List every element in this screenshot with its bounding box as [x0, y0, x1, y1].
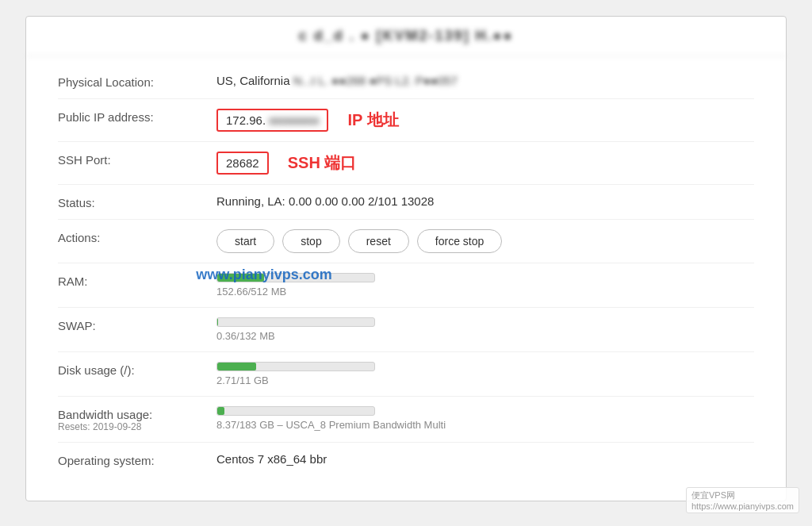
ram-progress-bar — [216, 273, 375, 282]
public-ip-value: 172.96.●●●●●●● IP 地址 — [216, 109, 754, 132]
swap-progress-fill — [217, 318, 218, 326]
info-table: Physical Location: US, California N...t … — [26, 56, 786, 485]
status-value: Running, LA: 0.00 0.00 0.00 2/101 13028 — [216, 194, 754, 208]
row-swap: SWAP: 0.36/132 MB — [58, 308, 754, 352]
swap-value: 0.36/132 MB — [216, 317, 754, 342]
actions-group: start stop reset force stop — [216, 229, 754, 253]
ram-progress-fill — [217, 274, 264, 282]
ram-progress-text: 152.66/512 MB — [216, 286, 754, 298]
swap-progress-text: 0.36/132 MB — [216, 330, 754, 342]
swap-label: SWAP: — [58, 317, 216, 332]
disk-label: Disk usage (/): — [58, 362, 216, 377]
bandwidth-progress-text: 8.37/183 GB – USCA_8 Premium Bandwidth M… — [216, 419, 754, 431]
public-ip-label: Public IP address: — [58, 109, 216, 124]
swap-progress-bar — [216, 317, 375, 327]
status-label: Status: — [58, 194, 216, 209]
row-os: Operating system: Centos 7 x86_64 bbr — [58, 443, 754, 477]
reset-button[interactable]: reset — [348, 229, 409, 253]
bandwidth-progress-fill — [217, 407, 224, 415]
disk-progress-bar — [216, 362, 375, 371]
physical-location-value: US, California N...t L. ●●268 ●PS L2. P●… — [216, 74, 754, 87]
bandwidth-label: Bandwidth usage: Resets: 2019-09-28 — [58, 406, 216, 432]
disk-progress-text: 2.71/11 GB — [216, 374, 754, 386]
actions-label: Actions: — [58, 229, 216, 244]
row-actions: Actions: start stop reset force stop — [58, 220, 754, 263]
panel-title: c d_d . ● [KVM2-139] H.●● — [26, 17, 786, 56]
os-value: Centos 7 x86_64 bbr — [216, 452, 754, 466]
bandwidth-progress-bar — [216, 406, 375, 416]
row-bandwidth: Bandwidth usage: Resets: 2019-09-28 8.37… — [58, 397, 754, 443]
disk-progress-fill — [217, 363, 256, 371]
ip-annotation: IP 地址 — [347, 109, 398, 131]
ssh-annotation: SSH 端口 — [288, 152, 357, 174]
disk-value: 2.71/11 GB — [216, 362, 754, 386]
start-button[interactable]: start — [216, 229, 274, 253]
location-blurred: N...t L. ●●268 ●PS L2. P●●057 — [293, 74, 458, 87]
ssh-port-value: 28682 SSH 端口 — [216, 152, 754, 175]
server-panel: c d_d . ● [KVM2-139] H.●● Physical Locat… — [25, 16, 787, 501]
actions-value: start stop reset force stop — [216, 229, 754, 253]
ssh-box: 28682 — [216, 152, 269, 175]
bandwidth-value: 8.37/183 GB – USCA_8 Premium Bandwidth M… — [216, 406, 754, 431]
physical-location-label: Physical Location: — [58, 74, 216, 89]
row-ssh-port: SSH Port: 28682 SSH 端口 — [58, 142, 754, 185]
ssh-port-label: SSH Port: — [58, 152, 216, 167]
row-status: Status: Running, LA: 0.00 0.00 0.00 2/10… — [58, 185, 754, 220]
stop-button[interactable]: stop — [282, 229, 339, 253]
os-label: Operating system: — [58, 452, 216, 467]
ip-box: 172.96.●●●●●●● — [216, 109, 328, 132]
ram-value: www.pianyivps.com 152.66/512 MB — [216, 273, 754, 298]
row-public-ip: Public IP address: 172.96.●●●●●●● IP 地址 — [58, 99, 754, 142]
row-physical-location: Physical Location: US, California N...t … — [58, 64, 754, 99]
force-stop-button[interactable]: force stop — [417, 229, 502, 253]
row-disk: Disk usage (/): 2.71/11 GB — [58, 352, 754, 397]
ram-label: RAM: — [58, 273, 216, 288]
ip-blurred: ●●●●●●● — [269, 113, 319, 127]
row-ram: RAM: www.pianyivps.com 152.66/512 MB — [58, 263, 754, 308]
corner-logo: 便宜VPS网https://www.pianyivps.com — [686, 487, 799, 513]
